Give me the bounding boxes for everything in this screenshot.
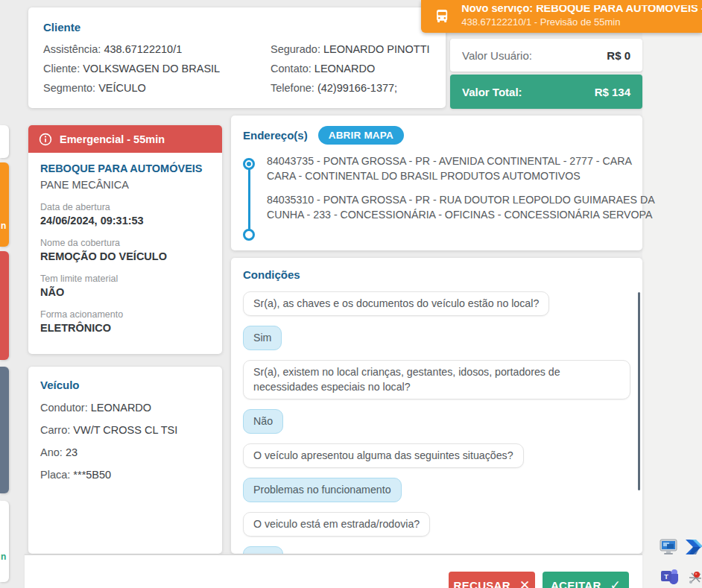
trigger-mode-label: Forma acionamento (40, 309, 210, 320)
chat-question: O veiculo está em estrada/rodovia? (243, 512, 430, 537)
chat-answer: Problemas no funcionamento (243, 478, 402, 502)
total-value-row: Valor Total: R$ 134 (450, 75, 642, 109)
plate-field: Placa: ***5B50 (40, 469, 210, 481)
urgency-label: Emergencial - 55min (60, 133, 165, 145)
user-value-label: Valor Usuário: (462, 49, 532, 62)
origin-address: 84043735 - PONTA GROSSA - PR - AVENIDA C… (267, 154, 643, 183)
queue-card-partial-1[interactable] (0, 125, 9, 158)
client-field: Cliente: VOLKSWAGEN DO BRASIL (43, 63, 271, 75)
urgency-banner: Emergencial - 55min (28, 125, 222, 153)
route-connector-line (248, 162, 250, 234)
close-icon: ✕ (519, 578, 531, 588)
destination-marker-icon (243, 229, 255, 241)
chat-question: O veículo apresentou alguma das seguinte… (243, 443, 524, 468)
teams-icon[interactable]: T (660, 568, 680, 588)
trigger-mode-value: ELETRÔNICO (40, 322, 210, 334)
info-icon (39, 133, 52, 146)
notification-title: Novo serviço: REBOQUE PARA AUTOMÓVEIS - … (461, 5, 702, 14)
service-name: REBOQUE PARA AUTOMÓVEIS (40, 162, 210, 174)
queue-card-text-fragment: n (1, 551, 6, 562)
segment-field: Segmento: VEÍCULO (43, 82, 271, 94)
open-date-label: Data de abertura (40, 202, 210, 212)
new-service-notification[interactable]: Novo serviço: REBOQUE PARA AUTOMÓVEIS - … (421, 0, 702, 33)
conditions-scrollbar[interactable] (638, 292, 640, 490)
screen: { "notification": { "icon": "car-icon", … (0, 0, 702, 588)
user-value-amount: R$ 0 (607, 49, 630, 62)
conditions-title: Condições (243, 268, 630, 281)
queue-card-partial-4[interactable] (0, 367, 9, 493)
chat-answer: Sim (243, 326, 282, 350)
queue-card-partial-5[interactable]: n (0, 501, 9, 582)
queue-card-partial-3[interactable] (0, 251, 9, 360)
driver-field: Condutor: LEONARDO (40, 402, 210, 414)
remote-tool-icon[interactable] (687, 569, 702, 588)
pricing-panel: Valor Usuário: R$ 0 Valor Total: R$ 134 (450, 39, 642, 109)
material-limit-value: NÃO (40, 286, 210, 298)
chat-answer: Não (243, 546, 283, 554)
chat-question: Sr(a), existem no local crianças, gestan… (243, 360, 630, 399)
phone-link[interactable]: (42)99166-1377; (317, 82, 397, 94)
reject-button[interactable]: RECUSAR ✕ (449, 572, 535, 588)
coverage-value: REMOÇÃO DO VEÍCULO (40, 250, 210, 262)
user-value-row: Valor Usuário: R$ 0 (450, 39, 642, 72)
queue-card-partial-2[interactable]: n (0, 162, 9, 247)
assistance-field: Assistência: 438.67122210/1 (43, 43, 271, 55)
accept-label: ACEITAR (551, 579, 601, 588)
app-window: n n Cliente Assistência: 438.67122210/1 … (0, 0, 642, 588)
footer-action-bar: RECUSAR ✕ ACEITAR ✓ (25, 554, 642, 588)
destination-address: 84035310 - PONTA GROSSA - PR - RUA DOUTO… (267, 192, 654, 222)
accept-button[interactable]: ACEITAR ✓ (543, 572, 629, 588)
total-value-amount: R$ 134 (595, 86, 630, 98)
address-card: Endereço(s) ABRIR MAPA 84043735 - PONTA … (231, 116, 642, 250)
origin-marker-icon (243, 158, 255, 170)
client-card-title: Cliente (43, 21, 431, 34)
power-automate-icon[interactable] (686, 538, 702, 559)
coverage-label: Nome da cobertura (40, 238, 210, 248)
service-problem: PANE MECÂNICA (40, 179, 210, 191)
service-detail-card: Emergencial - 55min REBOQUE PARA AUTOMÓV… (28, 125, 222, 354)
car-icon (433, 7, 451, 26)
queue-card-text-fragment: n (1, 221, 6, 231)
chat-answer: Não (243, 409, 283, 434)
address-card-title: Endereço(s) (243, 129, 308, 142)
vehicle-card-title: Veículo (40, 379, 210, 391)
svg-text:T: T (664, 573, 668, 581)
phone-field: Telefone: (42)99166-1377; (271, 82, 430, 94)
total-value-label: Valor Total: (462, 86, 522, 98)
check-icon: ✓ (610, 578, 622, 588)
contact-field: Contato: LEONARDO (271, 63, 430, 75)
chat-question: Sr(a), as chaves e os documentos do veíc… (243, 291, 549, 316)
year-field: Ano: 23 (40, 446, 210, 458)
vehicle-card: Veículo Condutor: LEONARDO Carro: VW/T C… (28, 367, 222, 554)
notification-subtitle: 438.67122210/1 - Previsão de 55min (461, 16, 702, 28)
open-map-button[interactable]: ABRIR MAPA (318, 126, 404, 145)
open-date-value: 24/06/2024, 09:31:53 (40, 215, 210, 227)
reject-label: RECUSAR (454, 579, 510, 588)
conditions-card: Condições Sr(a), as chaves e os document… (231, 258, 642, 554)
material-limit-label: Tem limite material (40, 274, 210, 284)
insured-field: Segurado: LEONARDO PINOTTI (271, 43, 430, 55)
client-card: Cliente Assistência: 438.67122210/1 Clie… (28, 7, 446, 108)
computer-icon[interactable] (659, 538, 678, 559)
car-field: Carro: VW/T CROSS CL TSI (40, 424, 210, 436)
